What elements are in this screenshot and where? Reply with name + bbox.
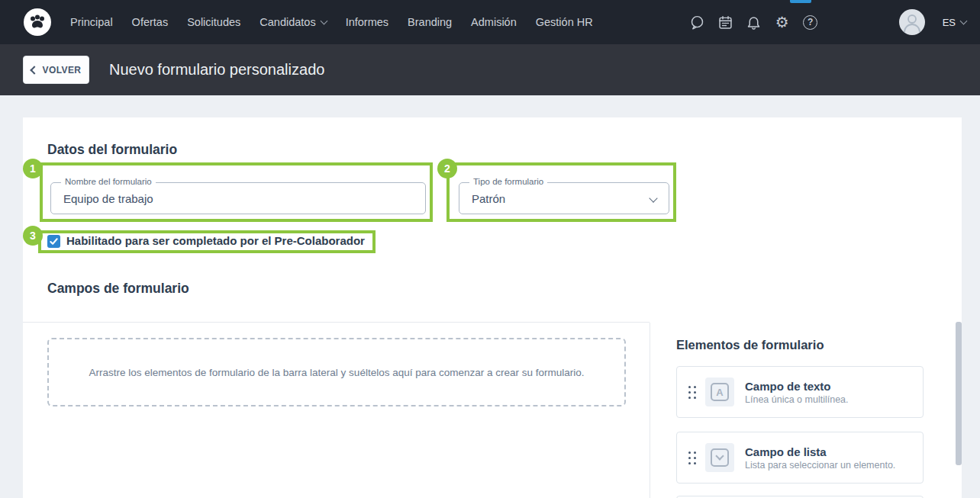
gear-icon[interactable]: ⚙ [774, 14, 791, 31]
pre-colaborador-checkbox[interactable] [47, 235, 60, 248]
nav-item-label: Branding [408, 16, 452, 28]
form-type-value: Patrón [472, 183, 505, 214]
navbar-actions: ⚙ ? ES [689, 0, 966, 44]
element-item-text: Campo de lista Lista para seleccionar un… [745, 445, 895, 471]
back-button-label: VOLVER [43, 65, 82, 76]
form-name-field: Nombre del formulario [50, 182, 426, 214]
page-header: VOLVER Nuevo formulario personalizado [0, 44, 980, 95]
annotation-badge-3: 3 [23, 226, 43, 246]
page-title: Nuevo formulario personalizado [109, 61, 324, 79]
text-field-icon: A [705, 378, 734, 406]
horizontal-divider [23, 322, 650, 323]
chevron-down-icon [715, 451, 724, 460]
top-navbar: Principal Ofertas Solicitudes Candidatos… [0, 0, 980, 44]
drag-handle-icon[interactable] [688, 386, 696, 399]
vertical-divider [650, 323, 650, 498]
element-item-subtitle: Lista para seleccionar un elemento. [745, 460, 895, 471]
pre-colaborador-checkbox-label: Habilitado para ser completado por el Pr… [66, 234, 365, 247]
page: Principal Ofertas Solicitudes Candidatos… [0, 0, 980, 498]
main-nav: Principal Ofertas Solicitudes Candidatos… [70, 16, 593, 28]
calendar-icon[interactable] [717, 14, 734, 31]
element-item-title: Campo de texto [745, 380, 849, 393]
annotation-badge-2: 2 [437, 159, 457, 178]
nav-item-principal[interactable]: Principal [70, 16, 113, 28]
nav-item-label: Ofertas [132, 16, 169, 28]
nav-item-ofertas[interactable]: Ofertas [132, 16, 169, 28]
nav-item-label: Principal [70, 16, 113, 28]
avatar[interactable] [899, 9, 925, 35]
nav-item-gestion-hr[interactable]: Gestión HR [536, 16, 593, 28]
gear-glyph: ⚙ [775, 14, 789, 30]
scrollbar-thumb[interactable] [956, 322, 962, 465]
nav-item-label: Admisión [471, 16, 517, 28]
chat-icon[interactable] [689, 14, 706, 31]
annotation-badge-1: 1 [23, 159, 43, 178]
element-item-title: Campo de lista [745, 445, 895, 458]
nav-item-solicitudes[interactable]: Solicitudes [187, 16, 240, 28]
form-type-select[interactable]: Tipo de formulario Patrón [459, 182, 669, 214]
bell-icon[interactable] [746, 14, 762, 31]
letter-a-glyph: A [711, 383, 729, 401]
form-data-section-title: Datos del formulario [47, 142, 177, 158]
question-glyph: ? [803, 15, 817, 30]
language-switcher[interactable]: ES [943, 17, 966, 28]
chevron-down-icon [320, 17, 327, 24]
list-field-icon [705, 443, 734, 472]
form-fields-section-title: Campos de formulario [47, 281, 189, 297]
form-name-input[interactable] [51, 183, 425, 214]
paw-icon [23, 8, 52, 37]
nav-item-candidatos[interactable]: Candidatos [260, 16, 326, 28]
nav-item-branding[interactable]: Branding [408, 16, 452, 28]
drag-handle-icon[interactable] [688, 451, 696, 464]
element-item-text: Campo de texto Línea única o multilínea. [745, 380, 849, 405]
nav-item-label: Informes [346, 16, 388, 28]
form-builder-dropzone[interactable]: Arrastre los elementos de formulario de … [47, 338, 626, 406]
chevron-down-icon [960, 17, 968, 24]
chevron-left-icon [30, 66, 38, 74]
check-icon [49, 236, 59, 246]
element-item-subtitle: Línea única o multilínea. [745, 394, 849, 405]
nav-item-label: Gestión HR [536, 16, 593, 28]
element-item-list-field[interactable]: Campo de lista Lista para seleccionar un… [676, 432, 924, 484]
help-icon[interactable]: ? [802, 14, 819, 31]
nav-item-admision[interactable]: Admisión [471, 16, 517, 28]
nav-item-label: Solicitudes [187, 16, 240, 28]
language-label: ES [943, 17, 956, 28]
elements-panel-title: Elementos de formulario [676, 338, 824, 352]
nav-item-label: Candidatos [260, 16, 315, 28]
dropzone-hint-text: Arrastre los elementos de formulario de … [73, 367, 599, 378]
nav-item-informes[interactable]: Informes [346, 16, 388, 28]
person-icon [899, 9, 925, 35]
app-logo[interactable] [23, 8, 52, 37]
back-button[interactable]: VOLVER [23, 56, 89, 84]
chevron-down-icon [649, 194, 657, 202]
element-item-text-field[interactable]: A Campo de texto Línea única o multilíne… [676, 366, 924, 418]
